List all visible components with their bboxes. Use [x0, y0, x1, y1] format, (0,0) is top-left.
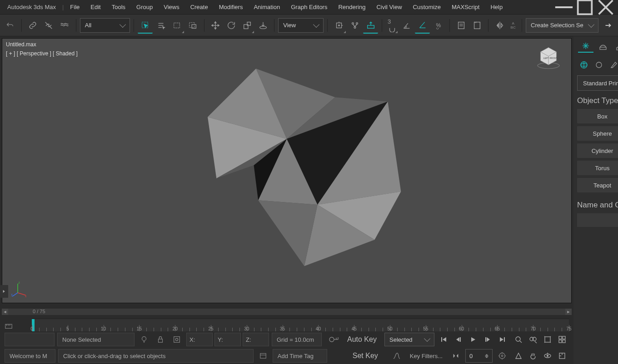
menu-file[interactable]: File: [65, 1, 85, 13]
expand-track-button[interactable]: [0, 285, 8, 298]
maximize-viewport-icon[interactable]: [555, 349, 569, 363]
script-listener-box[interactable]: [5, 333, 55, 346]
named-selection-dropdown[interactable]: Create Selection Se: [526, 18, 598, 33]
hierarchy-tab[interactable]: [613, 40, 618, 53]
isolate-selection-icon[interactable]: [170, 333, 184, 346]
perspective-viewport[interactable]: Untitled.max [ + ] [ Perspective ] [ Sha…: [2, 38, 572, 303]
timeline-scrollbar[interactable]: ◄ 0 / 75 ►: [2, 305, 572, 319]
spinner-arrows-icon[interactable]: [485, 354, 488, 358]
abc-label-button[interactable]: ABC: [508, 17, 518, 34]
zoom-all-icon[interactable]: [526, 333, 540, 346]
play-button[interactable]: [466, 333, 480, 346]
rotate-button[interactable]: [224, 17, 239, 34]
cylinder-button[interactable]: Cylinder: [577, 143, 618, 158]
ref-coord-dropdown[interactable]: View: [278, 18, 324, 33]
current-frame-spinner[interactable]: 0: [465, 349, 493, 363]
object-name-field[interactable]: [577, 213, 618, 227]
angle-snap-toggle[interactable]: [399, 17, 414, 34]
lock-icon[interactable]: [154, 333, 167, 346]
menu-graph-editors[interactable]: Graph Editors: [285, 1, 333, 13]
menu-rendering[interactable]: Rendering: [333, 1, 371, 13]
timeline-scroll-right[interactable]: ►: [565, 309, 572, 315]
welcome-box[interactable]: Welcome to M: [5, 349, 55, 363]
time-config-icon[interactable]: [2, 320, 15, 331]
modify-tab[interactable]: [595, 40, 611, 53]
orbit-icon[interactable]: [541, 349, 554, 363]
menu-animation[interactable]: Animation: [248, 1, 285, 13]
snap-toggle[interactable]: 3: [386, 17, 398, 34]
zoom-extents-icon[interactable]: [541, 333, 554, 346]
key-mode-dropdown[interactable]: Selected: [384, 333, 434, 346]
window-crossing-button[interactable]: [185, 17, 200, 34]
viewport-shade-label[interactable]: [ Shaded ]: [53, 50, 78, 57]
setkey-label[interactable]: Set Key: [351, 352, 387, 360]
undo-button[interactable]: [3, 17, 18, 34]
time-config-button[interactable]: [495, 349, 509, 363]
keyboard-shortcut-toggle[interactable]: [363, 17, 378, 34]
coord-y[interactable]: Y:: [214, 333, 241, 346]
menu-civil-view[interactable]: Civil View: [371, 1, 407, 13]
percent-snap-toggle[interactable]: [415, 17, 430, 34]
key-step-icon[interactable]: [449, 349, 463, 363]
primitive-category-dropdown[interactable]: Standard Primitives: [577, 75, 618, 91]
menu-modifiers[interactable]: Modifiers: [214, 1, 249, 13]
viewport-labels[interactable]: [ + ] [ Perspective ] [ Shaded ]: [6, 50, 78, 57]
placement-button[interactable]: [255, 17, 270, 34]
coord-x[interactable]: X:: [186, 333, 213, 346]
timeline-scroll-left[interactable]: ◄: [2, 309, 8, 315]
menu-help[interactable]: Help: [485, 1, 508, 13]
next-frame-button[interactable]: [481, 333, 494, 346]
viewcube[interactable]: LEFT FRONT: [534, 43, 563, 72]
geometry-tab[interactable]: [577, 59, 591, 71]
window-minimize-button[interactable]: [553, 0, 574, 15]
autokey-key-icon[interactable]: [324, 332, 343, 347]
time-ruler[interactable]: 051015202530354045505560657075: [32, 319, 569, 331]
sphere-button[interactable]: Sphere: [577, 126, 618, 141]
time-tag-box[interactable]: Add Time Tag: [273, 349, 327, 363]
teapot-button[interactable]: Teapot: [577, 178, 618, 192]
mirror-button[interactable]: [492, 17, 507, 34]
torus-button[interactable]: Torus: [577, 161, 618, 175]
unlink-button[interactable]: [41, 17, 56, 34]
keyfilters-label[interactable]: Key Filters...: [406, 353, 446, 359]
pivot-center-button[interactable]: [331, 17, 346, 34]
selection-filter-dropdown[interactable]: All: [80, 18, 130, 33]
manipulate-button[interactable]: [347, 17, 362, 34]
menu-tools[interactable]: Tools: [106, 1, 131, 13]
menu-group[interactable]: Group: [131, 1, 158, 13]
viewport-view-label[interactable]: [ Perspective ]: [17, 50, 51, 57]
create-tab[interactable]: [578, 40, 593, 53]
box-button[interactable]: Box: [577, 109, 618, 123]
coord-z[interactable]: Z:: [243, 333, 269, 346]
setkey-curve-icon[interactable]: [390, 349, 404, 363]
select-by-name-button[interactable]: [154, 17, 169, 34]
zoom-icon[interactable]: [512, 333, 525, 346]
spinner-snap-toggle[interactable]: %: [431, 17, 446, 34]
menu-edit[interactable]: Edit: [85, 1, 106, 13]
menu-create[interactable]: Create: [185, 1, 214, 13]
pan-icon[interactable]: [526, 349, 540, 363]
goto-start-button[interactable]: [437, 333, 451, 346]
toolbar-overflow-button[interactable]: [600, 17, 615, 34]
goto-end-button[interactable]: [495, 333, 509, 346]
script-editor-icon[interactable]: [256, 349, 270, 363]
zoom-extents-all-icon[interactable]: [555, 333, 569, 346]
move-button[interactable]: [208, 17, 223, 34]
named-sel-sets-button[interactable]: [469, 17, 484, 34]
bind-spacewarp-button[interactable]: [57, 17, 72, 34]
prev-frame-button[interactable]: [452, 333, 465, 346]
timeline-track[interactable]: 0 / 75: [8, 309, 565, 315]
fov-icon[interactable]: [512, 349, 525, 363]
shapes-tab[interactable]: [592, 59, 606, 71]
edit-named-sel-button[interactable]: [454, 17, 468, 34]
lights-tab[interactable]: [607, 59, 618, 71]
viewport-plus-label[interactable]: [ + ]: [6, 50, 15, 57]
lightbulb-icon[interactable]: [137, 333, 151, 346]
menu-customize[interactable]: Customize: [408, 1, 446, 13]
window-maximize-button[interactable]: [574, 0, 595, 15]
menu-maxscript[interactable]: MAXScript: [446, 1, 485, 13]
menu-views[interactable]: Views: [158, 1, 184, 13]
scale-button[interactable]: [239, 17, 254, 34]
window-close-button[interactable]: [595, 0, 616, 15]
autokey-label[interactable]: Auto Key: [345, 335, 382, 344]
